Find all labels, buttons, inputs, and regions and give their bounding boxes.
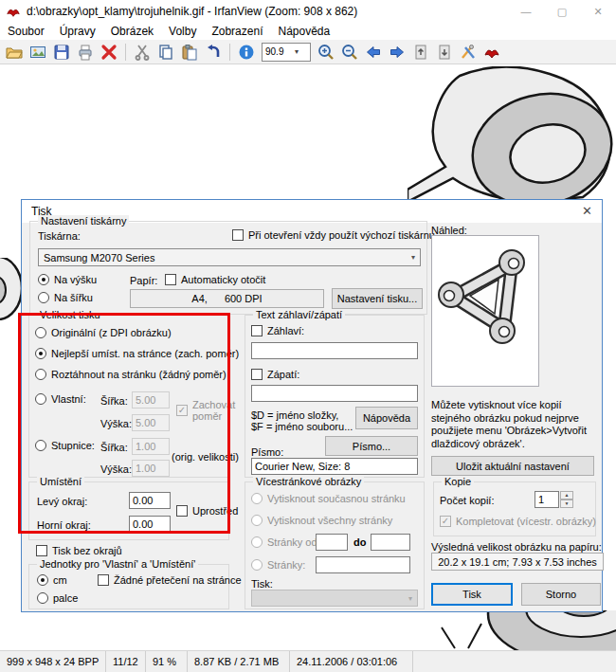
printer-setup-button[interactable]: Nastavení tisku... <box>332 288 423 309</box>
menu-upravy[interactable]: Úpravy <box>52 23 103 40</box>
status-file-size: 8.87 KB / 2.71 MB <box>188 651 290 672</box>
size-stretch-radio[interactable]: Roztáhnout na stránku (žádný poměr) <box>35 369 226 380</box>
save-icon[interactable] <box>50 42 73 63</box>
print-button[interactable]: Tisk <box>431 583 513 606</box>
header-text-input[interactable] <box>251 342 418 359</box>
custom-width-input <box>132 391 170 409</box>
radio-icon[interactable] <box>35 369 46 380</box>
spin-up-icon[interactable]: ▲ <box>560 491 573 499</box>
minimize-button[interactable]: — <box>508 0 544 23</box>
size-custom-radio[interactable]: Vlastní: <box>35 393 86 405</box>
scale-width-label: Šířka: <box>100 442 128 453</box>
maximize-button[interactable]: ▢ <box>544 0 580 23</box>
save-settings-button[interactable]: Uložit aktuální nastavení <box>431 456 594 476</box>
delete-icon[interactable] <box>98 42 120 63</box>
units-cm-radio[interactable]: cm <box>37 574 67 586</box>
checkbox-icon[interactable] <box>165 274 176 285</box>
borderless-checkbox[interactable]: Tisk bez okrajů <box>36 545 122 556</box>
footer-text-input[interactable] <box>251 385 418 402</box>
menu-napoveda[interactable]: Nápověda <box>270 23 337 40</box>
center-checkbox[interactable]: Uprostřed <box>176 505 238 517</box>
font-value-box <box>251 458 418 475</box>
result-size-label: Výsledná velikost obrázku na papíru: <box>431 541 602 553</box>
print-current-page-radio: Vytisknout současnou stránku <box>251 493 406 504</box>
left-margin-input[interactable] <box>129 492 171 509</box>
zoom-level-combo[interactable]: ▾ <box>262 43 311 62</box>
dialog-close-icon[interactable]: ✕ <box>582 204 592 218</box>
checkbox-icon[interactable] <box>98 574 109 586</box>
checkbox-icon[interactable] <box>176 505 188 517</box>
printer-label: Tiskárna: <box>38 230 81 242</box>
back-icon[interactable] <box>362 42 385 63</box>
radio-icon[interactable] <box>35 440 46 451</box>
scale-height-input <box>132 460 170 477</box>
radio-icon[interactable] <box>37 574 48 586</box>
top-margin-input[interactable] <box>129 516 171 533</box>
checkbox-icon[interactable] <box>232 229 244 241</box>
paper-dpi: 600 DPI <box>225 293 263 304</box>
units-inches-radio[interactable]: palce <box>37 592 78 604</box>
undo-icon[interactable] <box>202 42 225 63</box>
print-icon[interactable] <box>74 42 97 63</box>
spin-down-icon[interactable]: ▼ <box>560 499 573 508</box>
header-checkbox[interactable]: Záhlaví: <box>251 325 304 336</box>
close-button[interactable]: ✕ <box>580 0 616 23</box>
radio-icon[interactable] <box>38 292 49 303</box>
help-button[interactable]: Nápověda <box>355 407 418 429</box>
copies-stepper[interactable]: ▲ ▼ <box>534 491 573 508</box>
checkbox-icon[interactable] <box>251 369 263 380</box>
status-file-date: 24.11.2006 / 03:01:06 <box>290 651 413 672</box>
placeholder-hint-2: $F = jméno souboru... <box>251 421 353 432</box>
range-to-input <box>371 534 410 551</box>
font-button[interactable]: Písmo... <box>325 436 418 456</box>
radio-icon[interactable] <box>35 327 46 338</box>
zoom-in-icon[interactable] <box>315 42 337 63</box>
forward-icon[interactable] <box>386 42 408 63</box>
chevron-down-icon[interactable]: ▾ <box>295 47 299 56</box>
cancel-button[interactable]: Storno <box>521 583 601 606</box>
no-overflow-checkbox[interactable]: Žádné přetečení na stránce <box>98 574 242 586</box>
orientation-landscape-radio[interactable]: Na šířku <box>38 292 93 303</box>
radio-icon[interactable] <box>35 348 46 359</box>
open-folder-icon[interactable] <box>3 42 26 63</box>
cut-icon[interactable] <box>131 42 154 63</box>
group-label: Vícestránkové obrázky <box>253 476 364 487</box>
paste-icon[interactable] <box>178 42 201 63</box>
menu-zobrazeni[interactable]: Zobrazení <box>204 23 270 40</box>
zoom-out-icon[interactable] <box>338 42 361 63</box>
preview-triangle-image <box>432 236 538 357</box>
group-label: Umístění <box>37 476 84 487</box>
prev-page-icon[interactable] <box>409 42 432 63</box>
toolbar: ▾ <box>0 40 616 64</box>
autorotate-checkbox[interactable]: Automaticky otočit <box>165 274 265 285</box>
menu-soubor[interactable]: Soubor <box>0 23 52 40</box>
next-page-icon[interactable] <box>433 42 456 63</box>
title-bar: d:\obrazky\opt_klamy\trojuhelnik.gif - I… <box>0 0 616 23</box>
footer-checkbox[interactable]: Zápatí: <box>251 369 299 380</box>
radio-icon[interactable] <box>38 274 49 285</box>
copies-count-input[interactable] <box>534 491 559 508</box>
printer-select[interactable]: Samsung M2070 Series ▾ <box>38 248 421 266</box>
orientation-portrait-radio[interactable]: Na výšku <box>38 274 97 285</box>
size-scale-radio[interactable]: Stupnice: <box>35 440 95 451</box>
copy-icon[interactable] <box>154 42 177 63</box>
irfanview-mascot-icon[interactable] <box>480 42 503 63</box>
size-original-radio[interactable]: Originální (z DPI obrázku) <box>35 327 172 338</box>
settings-icon[interactable] <box>457 42 480 63</box>
info-icon[interactable] <box>235 42 258 63</box>
checkbox-icon[interactable] <box>251 325 263 336</box>
menu-bar: Soubor Úpravy Obrázek Volby Zobrazení Ná… <box>0 23 616 40</box>
menu-obrazek[interactable]: Obrázek <box>103 23 161 40</box>
thumbnails-icon[interactable] <box>27 42 49 63</box>
group-label: Nastavení tiskárny <box>38 215 129 227</box>
radio-icon[interactable] <box>37 592 48 604</box>
radio-icon[interactable] <box>35 393 46 405</box>
zoom-level-input[interactable] <box>263 46 295 57</box>
status-page-index: 11/12 <box>106 651 146 672</box>
checkbox-icon[interactable] <box>36 545 47 556</box>
menu-volby[interactable]: Volby <box>161 23 204 40</box>
use-default-printer-checkbox[interactable]: Při otevření vždy použít výchozí tiskárn… <box>232 229 435 241</box>
scale-height-label: Výška: <box>100 463 132 475</box>
print-all-pages-radio: Vytisknout všechny stránky <box>251 515 392 526</box>
size-bestfit-radio[interactable]: Nejlepší umíst. na stránce (zach. poměr) <box>35 348 239 359</box>
